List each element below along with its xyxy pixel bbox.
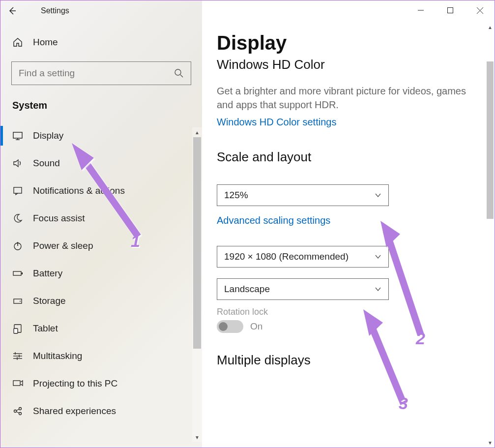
back-button[interactable] xyxy=(0,0,24,21)
main-scrollbar[interactable]: ▲ ▼ xyxy=(486,22,495,448)
tablet-icon xyxy=(12,323,23,334)
sidebar-item-storage[interactable]: Storage xyxy=(0,287,202,315)
sidebar-item-label: Battery xyxy=(33,268,62,279)
chevron-down-icon xyxy=(375,253,381,260)
scroll-up-icon[interactable]: ▲ xyxy=(192,127,202,137)
window-controls xyxy=(406,0,495,20)
home-label: Home xyxy=(33,37,58,48)
svg-rect-14 xyxy=(22,272,23,274)
sidebar-item-notifications[interactable]: Notifications & actions xyxy=(0,177,202,205)
sidebar-item-label: Power & sleep xyxy=(33,240,93,251)
sidebar-item-label: Tablet xyxy=(33,323,58,334)
search-icon xyxy=(174,68,184,78)
multiple-displays-heading: Multiple displays xyxy=(217,353,480,368)
svg-line-29 xyxy=(16,409,19,411)
svg-point-16 xyxy=(20,301,21,302)
scroll-down-icon[interactable]: ▼ xyxy=(192,432,202,442)
orientation-dropdown[interactable]: Landscape xyxy=(217,278,389,300)
svg-rect-7 xyxy=(13,132,22,138)
rotation-lock-row: On xyxy=(217,320,480,333)
back-arrow-icon xyxy=(8,6,17,15)
sidebar-item-label: Shared experiences xyxy=(33,406,116,417)
home-icon xyxy=(12,37,23,48)
svg-line-30 xyxy=(16,412,19,413)
svg-rect-18 xyxy=(14,329,18,333)
close-button[interactable] xyxy=(465,0,495,20)
svg-rect-25 xyxy=(13,381,20,386)
multitask-icon xyxy=(12,351,23,361)
sidebar-item-multitasking[interactable]: Multitasking xyxy=(0,342,202,370)
window-title: Settings xyxy=(41,6,69,15)
resolution-value: 1920 × 1080 (Recommended) xyxy=(224,251,349,262)
storage-icon xyxy=(12,296,23,306)
sidebar-item-tablet[interactable]: Tablet xyxy=(0,315,202,342)
sidebar: Home System Display Sound Notifications … xyxy=(0,0,202,448)
hd-color-heading: Windows HD Color xyxy=(217,57,480,72)
category-heading: System xyxy=(0,96,202,115)
home-button[interactable]: Home xyxy=(0,30,202,55)
sidebar-item-display[interactable]: Display xyxy=(0,122,202,149)
sidebar-item-label: Projecting to this PC xyxy=(33,378,117,389)
resolution-dropdown[interactable]: 1920 × 1080 (Recommended) xyxy=(217,246,389,268)
scale-dropdown[interactable]: 125% xyxy=(217,184,389,206)
rotation-lock-value: On xyxy=(250,321,262,332)
minimize-button[interactable] xyxy=(406,0,436,20)
sidebar-item-label: Display xyxy=(33,130,63,141)
sidebar-scrollbar[interactable]: ▲ ▼ xyxy=(192,127,202,442)
sidebar-item-focus-assist[interactable]: Focus assist xyxy=(0,205,202,232)
svg-rect-10 xyxy=(14,187,22,193)
svg-point-28 xyxy=(19,413,22,415)
scroll-down-icon[interactable]: ▼ xyxy=(486,438,495,448)
project-icon xyxy=(12,378,23,389)
main-content: Display Windows HD Color Get a brighter … xyxy=(202,0,495,448)
maximize-button[interactable] xyxy=(436,0,465,20)
sidebar-item-label: Multitasking xyxy=(33,351,82,361)
sidebar-item-projecting[interactable]: Projecting to this PC xyxy=(0,370,202,397)
moon-icon xyxy=(12,213,23,224)
battery-icon xyxy=(12,268,23,279)
scrollbar-thumb[interactable] xyxy=(193,137,201,349)
sidebar-item-power-sleep[interactable]: Power & sleep xyxy=(0,232,202,260)
sidebar-item-sound[interactable]: Sound xyxy=(0,149,202,177)
page-title: Display xyxy=(217,32,480,54)
sidebar-item-label: Sound xyxy=(33,158,60,169)
notification-icon xyxy=(12,185,23,196)
svg-point-27 xyxy=(19,408,22,410)
chevron-down-icon xyxy=(375,192,381,199)
shared-icon xyxy=(12,406,23,417)
sidebar-item-shared[interactable]: Shared experiences xyxy=(0,397,202,425)
scale-layout-heading: Scale and layout xyxy=(217,149,480,165)
toggle-knob xyxy=(219,322,228,331)
sidebar-item-battery[interactable]: Battery xyxy=(0,260,202,287)
search-box[interactable] xyxy=(11,61,191,85)
advanced-scaling-link[interactable]: Advanced scaling settings xyxy=(217,215,330,226)
sound-icon xyxy=(12,158,23,169)
svg-point-5 xyxy=(175,69,181,75)
svg-point-26 xyxy=(14,410,17,413)
scrollbar-thumb[interactable] xyxy=(487,61,494,219)
orientation-value: Landscape xyxy=(224,284,270,295)
chevron-down-icon xyxy=(375,286,381,293)
scroll-up-icon[interactable]: ▲ xyxy=(486,22,495,32)
scale-value: 125% xyxy=(224,190,248,201)
sidebar-item-label: Notifications & actions xyxy=(33,185,125,196)
monitor-icon xyxy=(12,130,23,141)
sidebar-item-label: Storage xyxy=(33,296,66,306)
search-input[interactable] xyxy=(19,68,184,79)
sidebar-item-label: Focus assist xyxy=(33,213,85,224)
nav-list: Display Sound Notifications & actions Fo… xyxy=(0,122,202,425)
rotation-lock-toggle[interactable] xyxy=(217,320,243,333)
hd-color-description: Get a brighter and more vibrant picture … xyxy=(217,84,472,112)
svg-rect-2 xyxy=(448,8,453,13)
svg-rect-13 xyxy=(13,271,21,275)
power-icon xyxy=(12,240,23,251)
settings-window: Settings Home System Display Sound xyxy=(0,0,495,448)
title-bar: Settings xyxy=(0,0,495,21)
hd-color-settings-link[interactable]: Windows HD Color settings xyxy=(217,117,336,128)
svg-line-6 xyxy=(180,75,183,77)
rotation-lock-label: Rotation lock xyxy=(217,307,480,317)
